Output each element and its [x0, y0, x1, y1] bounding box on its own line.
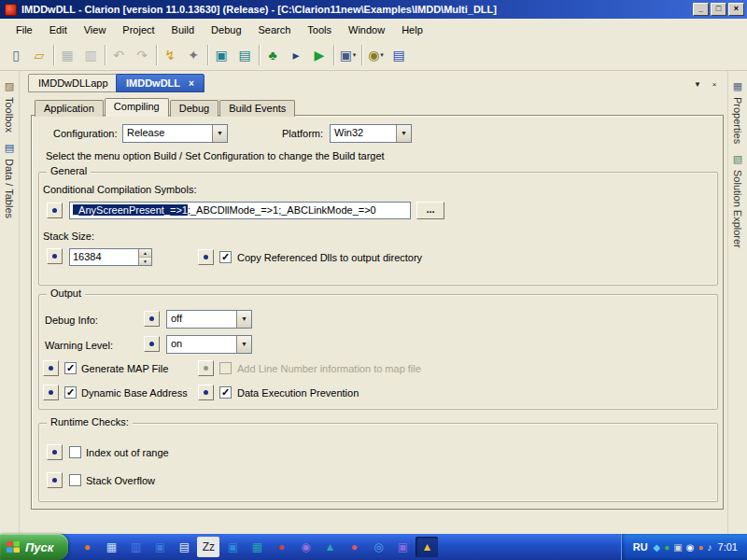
index-range-label[interactable]: Index out of range [86, 447, 169, 458]
properties-label: Properties [732, 97, 743, 144]
dropdown-arrow-icon[interactable]: ▼ [236, 336, 251, 353]
menu-item[interactable]: Edit [41, 21, 76, 38]
tray-icon-6[interactable]: ♪ [708, 542, 712, 553]
taskbar-app-9[interactable]: ● [270, 537, 292, 557]
conditional-symbols-input[interactable]: _AnyScreenPresent_=>1;_ABCDllMode_=>1;_A… [69, 202, 411, 219]
taskbar-app-13[interactable]: ◎ [367, 537, 389, 557]
tray-icon-2[interactable]: ● [664, 542, 669, 553]
tab-debug[interactable]: Debug [170, 100, 218, 117]
taskbar-app-1[interactable]: ● [76, 537, 98, 557]
copy-dlls-checkbox[interactable]: ✓ [219, 251, 232, 263]
sidebar-item-toolbox[interactable]: ▨ Toolbox [0, 80, 19, 133]
tray-icon-5[interactable]: ● [698, 542, 704, 553]
dep-bind-button[interactable] [198, 385, 214, 400]
tab-compiling[interactable]: Compiling [105, 98, 169, 117]
taskbar-app-3[interactable]: ▥ [124, 537, 147, 557]
generate-map-checkbox[interactable]: ✓ [64, 362, 77, 374]
open-button[interactable]: ▱ [28, 44, 51, 66]
debug-info-bind-button[interactable] [144, 311, 160, 327]
menu-item[interactable]: View [76, 21, 115, 38]
stack-overflow-label[interactable]: Stack Overflow [86, 475, 155, 486]
run-button[interactable]: ▶ [308, 44, 331, 66]
stack-size-bind-button[interactable] [47, 248, 63, 264]
sidebar-item-data-tables[interactable]: ▤ Data / Tables [0, 142, 19, 218]
taskbar-app-4[interactable]: ▣ [148, 537, 171, 557]
platform-select[interactable]: Win32 ▼ [330, 124, 412, 143]
tab-close-icon[interactable]: × [189, 78, 194, 89]
dropdown-arrow-icon[interactable]: ▼ [396, 125, 411, 142]
doc-tab-imddwdll[interactable]: IMDDwDLL× [116, 74, 204, 92]
dep-checkbox[interactable]: ✓ [219, 386, 232, 399]
spin-up-icon[interactable]: ▲ [139, 249, 151, 258]
index-range-checkbox[interactable]: ✓ [69, 446, 81, 458]
stack-size-stepper[interactable]: 16384 ▲▼ [69, 248, 152, 266]
close-icon[interactable]: × [728, 3, 744, 16]
dep-label[interactable]: Data Execution Prevention [237, 387, 359, 399]
generate-map-label[interactable]: Generate MAP File [81, 363, 168, 374]
tab-build-events[interactable]: Build Events [219, 100, 295, 117]
build-button[interactable]: ↯ [159, 44, 182, 66]
tray-icon-1[interactable]: ◆ [654, 542, 661, 553]
reports-button[interactable]: ▤ [233, 44, 257, 66]
tools-dropdown-button[interactable]: ◉▾ [364, 44, 388, 66]
maximize-icon[interactable]: □ [711, 3, 726, 16]
dynamic-base-bind-button[interactable] [43, 385, 59, 400]
symbols-bind-button[interactable] [47, 203, 63, 218]
dynamic-base-checkbox[interactable]: ✓ [64, 386, 77, 399]
taskbar-app-14[interactable]: ▣ [391, 537, 414, 557]
compile-button[interactable]: ▸ [285, 44, 308, 66]
taskbar-app-10[interactable]: ◉ [294, 537, 317, 557]
application-tree-button[interactable]: ♣ [261, 44, 285, 66]
tray-icon-4[interactable]: ◉ [686, 542, 695, 553]
sidebar-item-solution-explorer[interactable]: ▧ Solution Explorer [728, 153, 747, 248]
configuration-select[interactable]: Release ▼ [122, 124, 228, 143]
taskbar-app-6[interactable]: Zz [197, 537, 219, 557]
tab-application[interactable]: Application [35, 100, 104, 117]
menu-item[interactable]: Help [393, 21, 431, 38]
taskbar-app-5[interactable]: ▤ [173, 537, 195, 557]
taskbar-app-11[interactable]: ▲ [318, 537, 341, 557]
dynamic-base-label[interactable]: Dynamic Base Address [81, 387, 188, 399]
browse-button[interactable]: ... [416, 202, 444, 219]
sidebar-item-properties[interactable]: ▦ Properties [728, 80, 747, 144]
language-indicator[interactable]: RU [633, 541, 648, 553]
index-range-bind-button[interactable] [47, 444, 63, 460]
taskbar-app-15[interactable]: ▲ [416, 537, 438, 557]
menu-item[interactable]: Window [340, 21, 393, 38]
taskbar-app-7[interactable]: ▣ [221, 537, 244, 557]
generate-map-bind-button[interactable] [43, 360, 59, 376]
generate-button[interactable]: ✦ [182, 44, 205, 66]
readme-button[interactable]: ▤ [388, 44, 411, 66]
warning-level-label: Warning Level: [45, 340, 113, 351]
copy-dlls-bind-button[interactable] [198, 249, 214, 265]
tab-list-dropdown-icon[interactable]: ▼ [691, 78, 704, 91]
debug-info-select[interactable]: off ▼ [166, 310, 252, 329]
dropdown-arrow-icon[interactable]: ▼ [236, 311, 251, 328]
menu-item[interactable]: File [7, 21, 41, 38]
minimize-icon[interactable]: _ [693, 3, 709, 16]
new-button[interactable]: ▯ [5, 44, 28, 66]
menu-item[interactable]: Build [163, 21, 203, 38]
copy-dlls-label[interactable]: Copy Referenced Dlls to output directory [237, 252, 422, 263]
menu-item[interactable]: Project [114, 21, 162, 38]
menu-item[interactable]: Search [250, 21, 300, 38]
stack-overflow-checkbox[interactable]: ✓ [69, 474, 81, 486]
screens-button[interactable]: ▣ [210, 44, 233, 66]
tab-bar-close-icon[interactable]: × [708, 78, 721, 91]
window-list-button[interactable]: ▣▾ [336, 44, 359, 66]
warning-level-bind-button[interactable] [144, 336, 160, 352]
doc-tab-imddwdllapp[interactable]: IMDDwDLLapp [28, 74, 119, 92]
tray-icon-3[interactable]: ▣ [673, 542, 682, 553]
properties-icon: ▦ [733, 80, 742, 92]
taskbar-app-12[interactable]: ● [343, 537, 365, 557]
menu-item[interactable]: Debug [203, 21, 249, 38]
taskbar-app-8[interactable]: ▦ [246, 537, 268, 557]
warning-level-select[interactable]: on ▼ [166, 335, 252, 354]
taskbar-app-2[interactable]: ▦ [100, 537, 122, 557]
start-button[interactable]: Пуск [0, 534, 68, 560]
menu-item[interactable]: Tools [299, 21, 340, 38]
stack-overflow-bind-button[interactable] [47, 472, 63, 488]
dropdown-arrow-icon[interactable]: ▼ [212, 125, 227, 142]
spin-down-icon[interactable]: ▼ [139, 258, 151, 265]
platform-label: Platform: [282, 128, 323, 139]
